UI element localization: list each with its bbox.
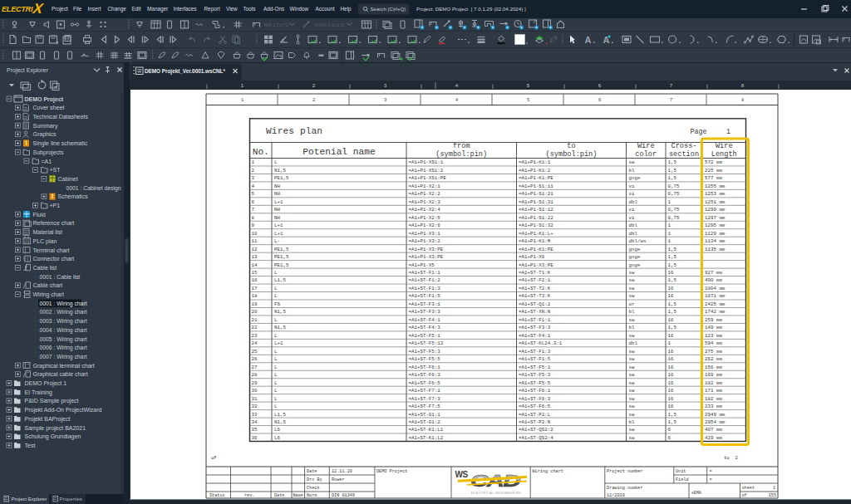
svg-text:=A1+ST-F1:5: =A1+ST-F1:5 <box>519 356 551 362</box>
svg-text:=A1+ST-F6:1: =A1+ST-F6:1 <box>519 388 551 394</box>
svg-text:=A1+ST-F5:5: =A1+ST-F5:5 <box>409 356 441 362</box>
svg-text:=A1+ST-QS2:4: =A1+ST-QS2:4 <box>519 435 553 441</box>
svg-text:Projekt BAProject: Projekt BAProject <box>25 416 71 423</box>
svg-text:L: L <box>274 317 278 323</box>
svg-text:6: 6 <box>598 82 602 88</box>
svg-text:12/2020: 12/2020 <box>607 493 625 498</box>
svg-text:7: 7 <box>670 82 673 88</box>
svg-text:1: 1 <box>668 223 671 228</box>
svg-text:0005 : Wiring chart: 0005 : Wiring chart <box>40 336 87 343</box>
svg-text:7: 7 <box>670 98 672 103</box>
svg-text:1129 mm: 1129 mm <box>705 231 726 237</box>
svg-text:+P1: +P1 <box>50 203 61 208</box>
svg-text:=A1+P1-X5: =A1+P1-X5 <box>409 262 435 268</box>
svg-text:=A1+ST-F5:1: =A1+ST-F5:1 <box>409 333 441 339</box>
svg-text:155: 155 <box>769 493 776 498</box>
svg-text:1299 mm: 1299 mm <box>705 207 726 213</box>
svg-text:=A1+P1-X6: =A1+P1-X6 <box>519 254 545 260</box>
svg-text:572 mm: 572 mm <box>705 159 722 165</box>
svg-text:1135 mm: 1135 mm <box>705 247 726 252</box>
svg-text:0007 : Wiring chart: 0007 : Wiring chart <box>40 354 87 360</box>
svg-text:0,75: 0,75 <box>668 191 680 197</box>
svg-text:Length: Length <box>711 150 737 159</box>
svg-text:=A1+P1-K1:M: =A1+P1-K1:M <box>519 238 551 244</box>
svg-text:2954 mm: 2954 mm <box>705 419 726 425</box>
svg-text:1,5: 1,5 <box>668 277 677 283</box>
svg-text:Project number: Project number <box>607 469 643 474</box>
svg-text:=A1+P1-X3:PE: =A1+P1-X3:PE <box>409 254 444 260</box>
svg-text:L: L <box>274 270 278 276</box>
svg-text:27: 27 <box>252 365 258 370</box>
svg-text:=A1+ST-P2:L: =A1+ST-P2:L <box>519 412 551 418</box>
svg-text:17: 17 <box>252 286 258 291</box>
svg-text:=A1+ST-F1:5: =A1+ST-F1:5 <box>409 293 441 299</box>
svg-text:gnge: gnge <box>629 247 641 252</box>
svg-text:33: 33 <box>252 412 258 418</box>
svg-text:Project Explorer: Project Explorer <box>7 67 48 74</box>
svg-text:Schematics: Schematics <box>58 193 89 199</box>
svg-text:=: = <box>710 477 712 482</box>
svg-text:L1,5: L1,5 <box>274 277 286 283</box>
svg-text:=A1+ST-F3:3: =A1+ST-F3:3 <box>409 309 441 315</box>
svg-text:L: L <box>274 356 278 362</box>
svg-text:9: 9 <box>252 223 255 228</box>
svg-text:Interfaces: Interfaces <box>174 6 197 12</box>
svg-text:Cover sheet: Cover sheet <box>33 105 65 110</box>
svg-text:=A1+ST-K1:L2: =A1+ST-K1:L2 <box>409 435 444 441</box>
svg-text:3: 3 <box>252 175 255 181</box>
svg-text:=A1+ST-KL24.3:1: =A1+ST-KL24.3:1 <box>519 340 563 346</box>
svg-text:1,5: 1,5 <box>668 419 677 425</box>
svg-text:=A1+P1-X2:4: =A1+P1-X2:4 <box>409 207 441 213</box>
svg-text:20: 20 <box>252 309 258 315</box>
svg-text:L6: L6 <box>274 427 280 433</box>
svg-text:=A1+P1-K1:PE: =A1+P1-K1:PE <box>519 175 553 181</box>
svg-text:Graphical terminal chart: Graphical terminal chart <box>33 363 95 369</box>
svg-text:0001 : Cabinet design: 0001 : Cabinet design <box>66 185 121 192</box>
svg-text:Test: Test <box>25 443 36 448</box>
svg-text:Projekt Add-On ProjectWizard: Projekt Add-On ProjectWizard <box>25 407 102 413</box>
svg-text:0003 : Wiring chart: 0003 : Wiring chart <box>40 318 87 325</box>
svg-text:Potenial name: Potenial name <box>303 147 375 157</box>
svg-text:225 mm: 225 mm <box>705 168 722 174</box>
svg-text:233 mm: 233 mm <box>705 404 722 409</box>
svg-text:149 mm: 149 mm <box>705 325 722 330</box>
svg-text:2425 mm: 2425 mm <box>705 301 726 307</box>
svg-text:=A1+ST-T1:K: =A1+ST-T1:K <box>519 270 551 276</box>
svg-text:Properties: Properties <box>60 497 82 502</box>
svg-text:N1,5: N1,5 <box>274 419 286 425</box>
svg-text:L: L <box>274 404 278 409</box>
svg-text:1295 mm: 1295 mm <box>705 223 726 228</box>
svg-text:Date: Date <box>274 493 284 498</box>
svg-text:16: 16 <box>668 356 674 362</box>
svg-text:1253 mm: 1253 mm <box>705 191 726 197</box>
svg-text:1,5: 1,5 <box>668 247 677 252</box>
svg-text:=A1+ST-F6:3: =A1+ST-F6:3 <box>519 396 551 402</box>
svg-text:L: L <box>274 333 278 339</box>
svg-text:32: 32 <box>252 404 258 409</box>
svg-text:=A1+ST-T3:K: =A1+ST-T3:K <box>519 293 551 299</box>
svg-text:color: color <box>635 150 657 159</box>
svg-text:L: L <box>274 365 278 370</box>
svg-text:vi: vi <box>629 207 635 213</box>
svg-text:N1,5: N1,5 <box>274 325 286 330</box>
svg-text:dbl: dbl <box>629 231 638 237</box>
svg-text:8: 8 <box>252 215 255 221</box>
svg-text:=A1+ST-F4:1: =A1+ST-F4:1 <box>519 333 551 339</box>
svg-text:sw: sw <box>629 380 635 386</box>
svg-text:Sample project BA2021: Sample project BA2021 <box>25 425 86 432</box>
svg-text:=A1+P1-S1:12: =A1+P1-S1:12 <box>519 207 553 213</box>
svg-text:NH: NH <box>274 215 280 221</box>
svg-text:Account: Account <box>316 6 335 12</box>
svg-text:+EMA: +EMA <box>691 491 702 496</box>
svg-text:4: 4 <box>455 82 459 88</box>
svg-text:sw: sw <box>629 396 635 402</box>
svg-text:L6: L6 <box>274 435 280 441</box>
svg-text:PE1,5: PE1,5 <box>274 175 289 181</box>
svg-text:File: File <box>73 6 82 12</box>
svg-text:36: 36 <box>252 435 258 441</box>
svg-text:429 mm: 429 mm <box>705 435 722 441</box>
svg-text:=A1+ST-F4:1: =A1+ST-F4:1 <box>409 317 441 323</box>
svg-text:=A1+P1-S1:21: =A1+P1-S1:21 <box>519 191 553 197</box>
svg-text:0,75: 0,75 <box>668 183 680 189</box>
svg-text:1,5: 1,5 <box>668 159 677 165</box>
